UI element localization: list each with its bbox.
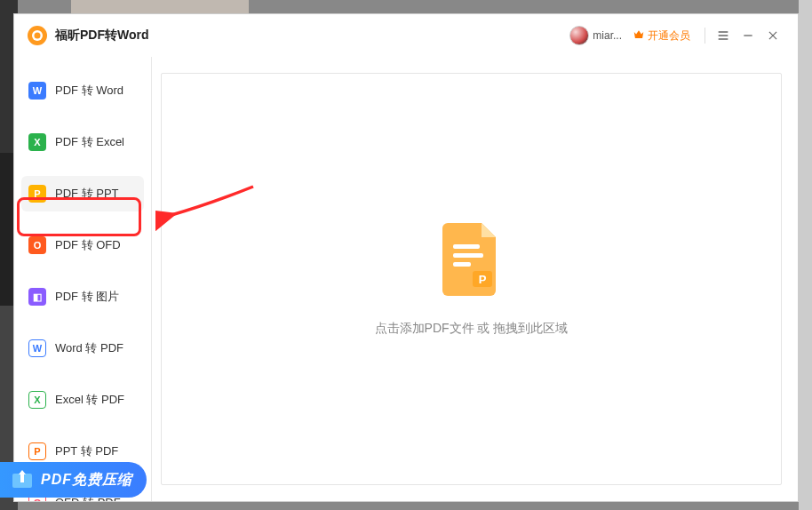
sidebar-item-3[interactable]: OPDF 转 OFD (21, 227, 144, 263)
upgrade-label: 开通会员 (648, 28, 690, 44)
close-button[interactable] (760, 23, 785, 48)
svg-rect-5 (453, 262, 471, 267)
svg-text:P: P (478, 273, 486, 286)
sidebar-item-4[interactable]: ◧PDF 转 图片 (21, 279, 144, 315)
sidebar-item-0[interactable]: WPDF 转 Word (21, 73, 144, 108)
user-avatar[interactable] (569, 26, 589, 45)
sidebar-item-2[interactable]: PPDF 转 PPT (21, 176, 144, 211)
bg-strip-right (799, 0, 812, 510)
format-icon: P (28, 442, 46, 460)
drop-zone[interactable]: P 点击添加PDF文件 或 拖拽到此区域 (161, 73, 782, 485)
promo-pdf-compress-badge[interactable]: PDF免费压缩 (0, 462, 147, 498)
format-icon: P (28, 185, 46, 203)
svg-point-2 (35, 33, 41, 39)
format-icon: X (28, 391, 46, 409)
svg-rect-9 (20, 474, 24, 482)
sidebar-item-6[interactable]: XExcel 转 PDF (21, 382, 144, 418)
format-icon: X (28, 133, 46, 151)
app-title: 福昕PDF转Word (55, 28, 149, 44)
sidebar-item-label: PDF 转 图片 (55, 289, 119, 305)
promo-label: PDF免费压缩 (41, 471, 132, 490)
main-area: P 点击添加PDF文件 或 拖拽到此区域 (152, 57, 798, 501)
svg-rect-4 (453, 253, 483, 258)
upgrade-membership-button[interactable]: 开通会员 (633, 28, 690, 44)
sidebar-item-label: Word 转 PDF (55, 340, 123, 356)
window-body: WPDF 转 WordXPDF 转 ExcelPPDF 转 PPTOPDF 转 … (14, 57, 798, 501)
sidebar-item-label: PPT 转 PDF (55, 443, 118, 459)
sidebar-item-label: PDF 转 Excel (55, 134, 124, 150)
compress-icon (9, 466, 36, 493)
sidebar-item-5[interactable]: WWord 转 PDF (21, 331, 144, 366)
svg-rect-3 (453, 244, 480, 249)
titlebar-divider (705, 28, 705, 44)
app-window: 福昕PDF转Word miar... 开通会员 WPDF 转 WordXPDF … (13, 13, 799, 502)
sidebar-item-label: PDF 转 Word (55, 83, 123, 99)
crown-icon (633, 28, 645, 44)
sidebar: WPDF 转 WordXPDF 转 ExcelPPDF 转 PPTOPDF 转 … (14, 57, 152, 501)
format-icon: ◧ (28, 288, 46, 306)
bg-strip-top (71, 0, 249, 13)
ppt-file-icon: P (441, 221, 503, 301)
sidebar-item-1[interactable]: XPDF 转 Excel (21, 124, 144, 160)
minimize-button[interactable] (736, 23, 760, 48)
format-icon: W (28, 339, 46, 357)
titlebar: 福昕PDF转Word miar... 开通会员 (14, 14, 798, 57)
menu-button[interactable] (711, 23, 736, 48)
sidebar-item-label: Excel 转 PDF (55, 392, 124, 408)
app-logo-icon (27, 25, 48, 46)
sidebar-item-label: PDF 转 OFD (55, 237, 121, 253)
format-icon: O (28, 236, 46, 254)
format-icon: W (28, 82, 46, 100)
sidebar-item-label: PDF 转 PPT (55, 186, 119, 202)
username-label[interactable]: miar... (593, 29, 622, 42)
drop-hint-text: 点击添加PDF文件 或 拖拽到此区域 (375, 321, 569, 337)
